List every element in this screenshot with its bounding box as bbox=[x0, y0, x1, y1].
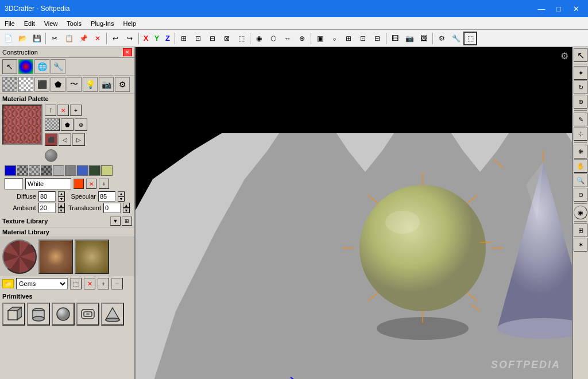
rt-deform[interactable]: ⊹ bbox=[574, 127, 587, 141]
diffuse-up[interactable]: ▲ bbox=[58, 191, 65, 196]
swatch-silver[interactable] bbox=[53, 165, 64, 176]
panel-icon-checker[interactable] bbox=[18, 77, 33, 92]
menu-help[interactable]: Help bbox=[118, 19, 141, 28]
toolbar-undo[interactable]: ↩ bbox=[109, 32, 122, 45]
viewport[interactable]: ⚙ SOFTPEDIA bbox=[136, 47, 572, 379]
toolbar-sel1[interactable]: ▣ bbox=[313, 32, 327, 45]
toolbar-misc1[interactable]: ⚙ bbox=[435, 32, 448, 45]
toolbar-sel3[interactable]: ⊞ bbox=[342, 32, 355, 45]
diffuse-value[interactable] bbox=[38, 191, 56, 202]
panel-icon-wave[interactable]: 〜 bbox=[67, 77, 82, 92]
swatch-darkgreen[interactable] bbox=[89, 165, 100, 176]
close-button[interactable]: ✕ bbox=[568, 3, 583, 14]
mat-delete-btn[interactable]: ✕ bbox=[57, 105, 69, 116]
rt-pen[interactable]: ✎ bbox=[574, 113, 587, 126]
texture-btn-2[interactable]: ⬟ bbox=[61, 118, 74, 131]
mat-lib-btn-minus[interactable]: − bbox=[111, 278, 123, 289]
rt-misc2[interactable]: ✶ bbox=[574, 238, 587, 252]
color-name-input[interactable] bbox=[25, 178, 71, 190]
construction-panel-close[interactable]: ✕ bbox=[123, 48, 132, 56]
toolbar-view2[interactable]: ⊡ bbox=[191, 32, 205, 45]
toolbar-obj3[interactable]: ↔ bbox=[281, 32, 295, 45]
material-category-select[interactable]: Gems Metal Stone bbox=[16, 278, 68, 289]
texture-lib-expand[interactable]: ▼ bbox=[110, 216, 121, 226]
rt-select[interactable]: ↖ bbox=[574, 48, 587, 62]
rt-scale[interactable]: ⊕ bbox=[574, 95, 587, 109]
translucent-down[interactable]: ▼ bbox=[123, 208, 130, 213]
mat-new-btn[interactable]: + bbox=[70, 105, 82, 116]
color-delete-btn[interactable]: ✕ bbox=[86, 179, 96, 189]
primitive-cone[interactable] bbox=[101, 303, 124, 326]
panel-icon-light[interactable]: 💡 bbox=[83, 77, 98, 92]
swatch-pattern1[interactable] bbox=[17, 165, 28, 176]
panel-icon-arrow[interactable]: ↖ bbox=[2, 59, 17, 74]
swatch-blue[interactable] bbox=[5, 165, 16, 176]
rt-rotate[interactable]: ↻ bbox=[574, 80, 587, 94]
ambient-value[interactable] bbox=[38, 203, 56, 213]
panel-icon-shape[interactable]: ⬟ bbox=[51, 77, 65, 92]
toolbar-save[interactable]: 💾 bbox=[30, 32, 44, 45]
viewport-gear-icon[interactable]: ⚙ bbox=[560, 51, 568, 61]
color-new-btn[interactable]: + bbox=[99, 179, 109, 189]
toolbar-delete[interactable]: ✕ bbox=[91, 32, 105, 45]
minimize-button[interactable]: — bbox=[534, 3, 549, 14]
toolbar-cut[interactable]: ✂ bbox=[48, 32, 61, 45]
swatch-blue2[interactable] bbox=[77, 165, 88, 176]
maximize-button[interactable]: □ bbox=[551, 3, 566, 14]
material-thumb-1[interactable] bbox=[2, 239, 37, 274]
rt-zoom[interactable]: 🔍 bbox=[574, 173, 587, 187]
specular-value[interactable] bbox=[98, 191, 115, 202]
toolbar-render2[interactable]: 📷 bbox=[403, 32, 416, 45]
panel-icon-globe[interactable]: 🌐 bbox=[34, 59, 49, 74]
panel-icon-grid[interactable] bbox=[2, 77, 17, 92]
toolbar-new[interactable]: 📄 bbox=[1, 32, 15, 45]
panel-icon-settings2[interactable]: ⚙ bbox=[115, 77, 130, 92]
toolbar-view1[interactable]: ⊞ bbox=[177, 32, 191, 45]
material-thumb-3[interactable] bbox=[75, 239, 109, 274]
translucent-up[interactable]: ▲ bbox=[123, 203, 130, 208]
rt-move[interactable]: ✦ bbox=[574, 66, 587, 80]
panel-icon-wrench[interactable]: 🔧 bbox=[51, 59, 65, 74]
specular-up[interactable]: ▲ bbox=[118, 191, 125, 196]
toolbar-sel5[interactable]: ⊟ bbox=[370, 32, 384, 45]
menu-view[interactable]: View bbox=[40, 19, 63, 28]
texture-btn-5[interactable]: ◁ bbox=[59, 133, 71, 146]
panel-icon-cube[interactable]: ⬛ bbox=[34, 77, 49, 92]
toolbar-open[interactable]: 📂 bbox=[16, 32, 29, 45]
swatch-gray[interactable] bbox=[65, 165, 76, 176]
toolbar-render3[interactable]: 🖼 bbox=[417, 32, 431, 45]
rt-hand[interactable]: ✋ bbox=[574, 159, 587, 173]
toolbar-paste[interactable]: 📌 bbox=[76, 32, 90, 45]
mat-lib-btn-add[interactable]: + bbox=[98, 278, 109, 289]
specular-down[interactable]: ▼ bbox=[118, 196, 125, 202]
color-indicator[interactable] bbox=[74, 179, 84, 189]
toolbar-copy[interactable]: 📋 bbox=[62, 32, 76, 45]
toolbar-misc2[interactable]: 🔧 bbox=[449, 32, 463, 45]
texture-btn-1[interactable] bbox=[45, 118, 60, 131]
texture-lib-icon[interactable]: ⊞ bbox=[122, 216, 132, 226]
toolbar-sel4[interactable]: ⊡ bbox=[356, 32, 370, 45]
rt-misc1[interactable]: ⊞ bbox=[574, 223, 587, 237]
swatch-olive[interactable] bbox=[101, 165, 113, 176]
toolbar-obj2[interactable]: ⬡ bbox=[266, 32, 280, 45]
panel-icon-color[interactable] bbox=[18, 59, 33, 74]
rt-circle[interactable]: ◉ bbox=[574, 206, 587, 219]
toolbar-render1[interactable]: 🎞 bbox=[388, 32, 402, 45]
swatch-pattern3[interactable] bbox=[41, 165, 52, 176]
rt-minus[interactable]: ⊖ bbox=[574, 188, 587, 202]
texture-btn-3[interactable]: ⊕ bbox=[75, 118, 87, 131]
toolbar-view4[interactable]: ⊠ bbox=[220, 32, 234, 45]
toolbar-redo[interactable]: ↪ bbox=[123, 32, 137, 45]
menu-file[interactable]: File bbox=[0, 19, 20, 28]
ambient-down[interactable]: ▼ bbox=[58, 208, 65, 213]
primitive-sphere[interactable] bbox=[52, 303, 75, 326]
filter-icon[interactable]: ⊺ bbox=[45, 105, 56, 116]
primitive-torus[interactable] bbox=[76, 303, 99, 326]
toolbar-view3[interactable]: ⊟ bbox=[206, 32, 219, 45]
panel-icon-camera[interactable]: 📷 bbox=[99, 77, 114, 92]
primitive-cube[interactable] bbox=[2, 303, 25, 326]
menu-plugins[interactable]: Plug-Ins bbox=[86, 19, 118, 28]
toolbar-view5[interactable]: ⬚ bbox=[234, 32, 248, 45]
material-thumb-2[interactable] bbox=[38, 239, 73, 274]
translucent-value[interactable] bbox=[103, 203, 121, 213]
